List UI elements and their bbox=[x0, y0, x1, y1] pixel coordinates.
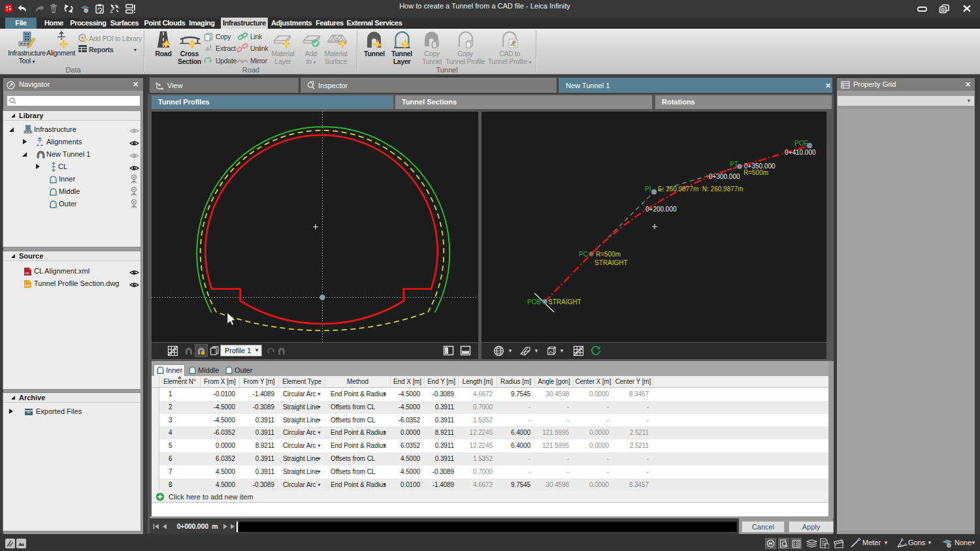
svg-text:DWG: DWG bbox=[25, 285, 31, 287]
svg-text:R=500m: R=500m bbox=[596, 251, 621, 258]
svg-text:POE: POE bbox=[794, 140, 808, 147]
svg-text:STRAIGHT: STRAIGHT bbox=[548, 298, 581, 306]
svg-text:STRAIGHT: STRAIGHT bbox=[595, 259, 628, 266]
svg-text:PT: PT bbox=[730, 161, 738, 168]
svg-text:0+350.000: 0+350.000 bbox=[744, 163, 776, 170]
svg-text:R=500m: R=500m bbox=[743, 169, 768, 176]
svg-text:POB: POB bbox=[527, 298, 541, 306]
svg-text:0+200.000: 0+200.000 bbox=[645, 206, 677, 213]
svg-text:0+300.000: 0+300.000 bbox=[709, 173, 740, 180]
svg-text:PI: PI bbox=[645, 185, 651, 193]
svg-text:E: 260.9877m N: 260.9877m: E: 260.9877m N: 260.9877m bbox=[658, 185, 743, 193]
svg-text:0+410.000: 0+410.000 bbox=[785, 149, 816, 156]
svg-text:PC: PC bbox=[579, 251, 588, 258]
svg-text:XML: XML bbox=[25, 272, 29, 275]
